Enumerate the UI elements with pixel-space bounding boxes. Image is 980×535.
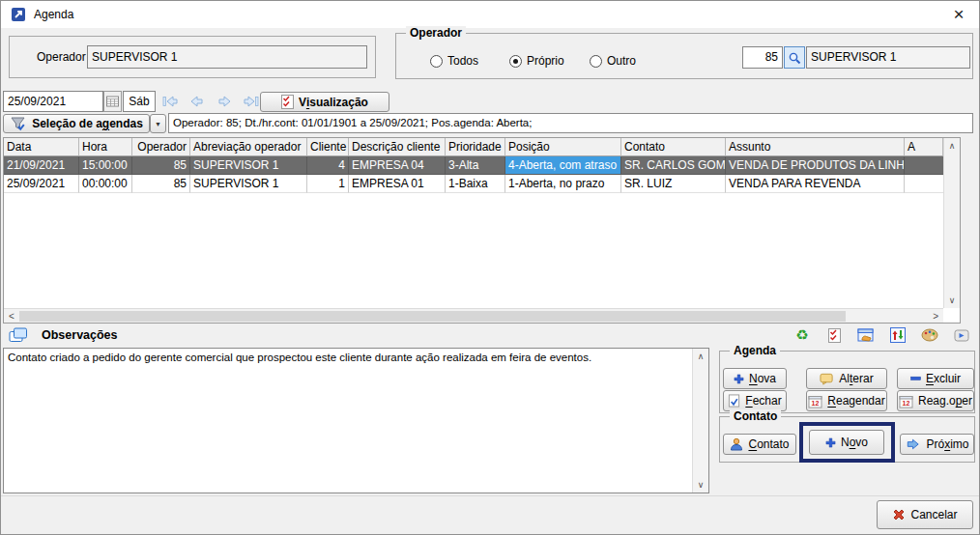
operator-group: Operador Todos Próprio Outro 85 SUPERVIS…: [395, 33, 973, 79]
cell[interactable]: 3-Alta: [446, 156, 505, 175]
pages-icon: [9, 327, 28, 343]
scrollbar-thumb[interactable]: [19, 311, 846, 322]
scroll-down-icon[interactable]: ∨: [949, 296, 956, 305]
palette-icon[interactable]: [920, 326, 939, 344]
column-header-data[interactable]: Data: [4, 138, 79, 156]
scroll-up-icon[interactable]: ∧: [698, 352, 705, 361]
title-bar: Agenda ×: [1, 1, 979, 28]
fechar-button[interactable]: Fechar: [723, 390, 787, 411]
previous-record-icon[interactable]: [186, 93, 209, 110]
cell[interactable]: VENDA PARA REVENDA: [726, 175, 905, 193]
radio-outro-dot[interactable]: [590, 55, 602, 68]
cell-posicao[interactable]: 1-Aberta, no prazo: [505, 175, 621, 193]
close-icon[interactable]: ×: [946, 3, 971, 26]
date-input[interactable]: 25/09/2021: [3, 91, 103, 112]
cancelar-button[interactable]: Cancelar: [877, 500, 973, 529]
observations-header: Observações: [9, 327, 118, 343]
cell[interactable]: 1: [307, 175, 349, 193]
calendar-icon: [106, 96, 119, 107]
cell[interactable]: EMPRESA 04: [349, 156, 446, 175]
radio-outro-label: Outro: [607, 54, 636, 68]
excluir-button[interactable]: Excluir: [897, 368, 974, 389]
cell[interactable]: 25/09/2021: [4, 175, 79, 193]
column-header-hora[interactable]: Hora: [79, 138, 132, 156]
column-header-truncated[interactable]: A: [905, 138, 943, 156]
svg-text:12: 12: [903, 400, 910, 407]
selecao-agendas-button[interactable]: Seleção de agendas: [3, 114, 150, 133]
column-header-cliente[interactable]: Cliente: [307, 138, 349, 156]
proximo-button[interactable]: Próximo: [900, 434, 974, 455]
cell[interactable]: SR. CARLOS GOMES: [621, 156, 726, 175]
cell[interactable]: SUPERVISOR 1: [190, 175, 307, 193]
sort-arrows-icon[interactable]: [888, 326, 908, 344]
selecao-dropdown-button[interactable]: ▼: [150, 114, 166, 133]
search-icon: [788, 51, 801, 65]
observations-text[interactable]: Contato criado a pedido do gerente comer…: [8, 351, 687, 365]
radio-proprio[interactable]: Próprio: [509, 54, 564, 68]
nova-button[interactable]: Nova: [723, 368, 787, 389]
calendar-picker-button[interactable]: [103, 91, 122, 112]
column-header-operador[interactable]: Operador: [132, 138, 190, 156]
cell[interactable]: EMPRESA 01: [349, 175, 446, 193]
first-record-icon[interactable]: [159, 93, 182, 110]
radio-outro[interactable]: Outro: [590, 54, 636, 68]
operator-code-field[interactable]: 85: [742, 46, 783, 69]
plus-icon: [734, 374, 744, 384]
scroll-right-icon[interactable]: >: [933, 311, 938, 322]
operator-value-field[interactable]: SUPERVISOR 1: [87, 45, 367, 69]
visualizacao-button[interactable]: Visualização: [260, 92, 389, 112]
cell[interactable]: 85: [132, 175, 190, 193]
cell[interactable]: 21/09/2021: [4, 156, 79, 175]
cell[interactable]: 4: [307, 156, 349, 175]
scroll-left-icon[interactable]: <: [9, 311, 14, 322]
novo-button[interactable]: Novo: [809, 430, 884, 455]
cell[interactable]: 85: [132, 156, 190, 175]
refresh-icon[interactable]: ♻: [793, 326, 812, 344]
operator-name-field[interactable]: SUPERVISOR 1: [806, 46, 970, 69]
cell[interactable]: [905, 156, 943, 175]
scroll-down-icon[interactable]: ∨: [698, 480, 705, 490]
column-header-contato[interactable]: Contato: [621, 138, 726, 156]
drag-agenda-icon[interactable]: [856, 326, 876, 344]
column-header-abreviacao[interactable]: Abreviação operador: [190, 138, 307, 156]
reag-oper-button[interactable]: 12 Reag.oper: [897, 390, 974, 411]
cancelar-label: Cancelar: [910, 508, 957, 521]
column-header-prioridade[interactable]: Prioridade: [446, 138, 505, 156]
cell[interactable]: 00:00:00: [79, 175, 132, 193]
app-icon: [11, 7, 26, 22]
table-row[interactable]: 21/09/2021 15:00:00 85 SUPERVISOR 1 4 EM…: [4, 156, 943, 175]
agenda-group-legend: Agenda: [730, 344, 780, 357]
column-header-assunto[interactable]: Assunto: [726, 138, 905, 156]
next-record-icon[interactable]: [213, 93, 236, 110]
table-horizontal-scrollbar[interactable]: < >: [4, 308, 943, 323]
radio-todos[interactable]: Todos: [430, 54, 478, 68]
observations-box[interactable]: Contato criado a pedido do gerente comer…: [3, 348, 709, 493]
cell[interactable]: [905, 175, 943, 193]
cell[interactable]: VENDA DE PRODUTOS DA LINHA "SUPER": [726, 156, 905, 175]
observations-scrollbar[interactable]: ∧ ∨: [692, 349, 708, 493]
cell[interactable]: 1-Baixa: [446, 175, 505, 193]
operator-group-legend: Operador: [406, 26, 466, 40]
contato-button[interactable]: Contato: [723, 434, 796, 455]
column-header-posicao[interactable]: Posição: [505, 138, 621, 156]
operator-search-button[interactable]: [784, 46, 805, 69]
radio-proprio-dot[interactable]: [509, 55, 522, 68]
reagendar-button[interactable]: 12 Reagendar: [806, 390, 887, 411]
table-row[interactable]: 25/09/2021 00:00:00 85 SUPERVISOR 1 1 EM…: [4, 175, 943, 193]
shortcut-key-icon[interactable]: [952, 326, 971, 344]
svg-text:12: 12: [812, 400, 820, 407]
cell[interactable]: 15:00:00: [79, 156, 132, 175]
checklist-icon[interactable]: [824, 326, 844, 344]
cell[interactable]: SR. LUIZ: [621, 175, 726, 193]
reagendar-label: Reagendar: [827, 394, 884, 408]
cell[interactable]: SUPERVISOR 1: [190, 156, 307, 175]
column-header-descricao[interactable]: Descrição cliente: [349, 138, 446, 156]
plus-icon: [825, 437, 836, 448]
cell-posicao[interactable]: 4-Aberta, com atraso: [505, 156, 621, 175]
fechar-label: Fechar: [745, 394, 781, 408]
radio-todos-dot[interactable]: [430, 55, 443, 68]
table-vertical-scrollbar[interactable]: ∧ ∨: [943, 138, 960, 308]
alterar-button[interactable]: Alterar: [806, 368, 887, 389]
proximo-label: Próximo: [926, 437, 968, 451]
scroll-up-icon[interactable]: ∧: [949, 141, 956, 151]
